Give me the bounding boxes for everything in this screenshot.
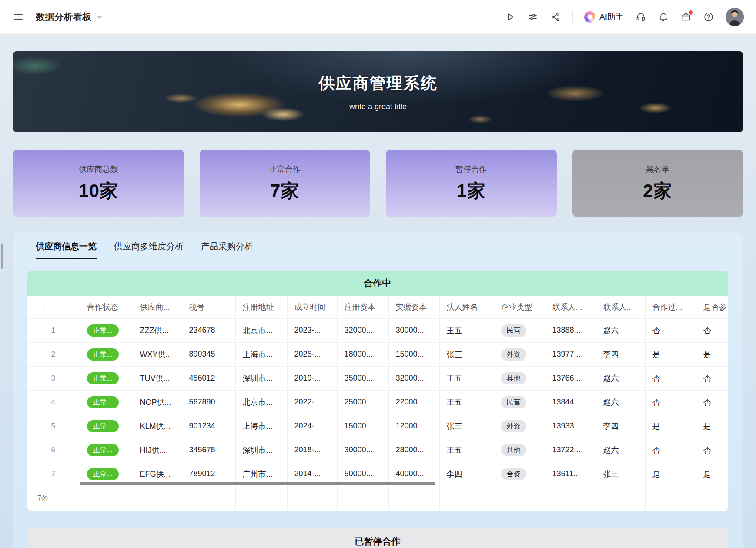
table-cell: 上海市... (235, 342, 287, 366)
share-button[interactable] (550, 11, 561, 23)
table-cell: 其他 (494, 438, 545, 462)
table-cell: 2018-... (287, 438, 337, 462)
footer-cell (182, 486, 235, 511)
table-cell: 否 (645, 438, 696, 462)
table-cell: 合资 (494, 462, 545, 486)
ai-assistant-button[interactable]: AI助手 (584, 11, 624, 23)
table-cell: 赵六 (596, 318, 645, 342)
table-cell: 正常... (80, 366, 133, 390)
table-cell: 否 (645, 318, 696, 342)
dashboard-main: 供应商管理系统 write a great title 供应商总数 10家 正常… (0, 34, 756, 548)
table-cell: 张三 (439, 342, 494, 366)
table-cell: 张三 (439, 414, 494, 438)
table-cell: 正常... (80, 414, 133, 438)
horizontal-scrollbar[interactable] (80, 482, 435, 485)
table-cell: TUV供... (133, 366, 182, 390)
table-cell: 15000... (388, 342, 439, 366)
table-cell: KLM供... (133, 414, 182, 438)
table-cell: 30000... (388, 318, 439, 342)
row-index: 6 (27, 438, 80, 462)
table-cell: 567890 (182, 390, 235, 414)
table-cell: 李四 (596, 342, 645, 366)
hamburger-menu-icon[interactable] (13, 11, 24, 23)
table-cell: 赵六 (596, 366, 645, 390)
stat-cards-row: 供应商总数 10家 正常合作 7家 暂停合作 1家 黑名单 2家 (13, 150, 743, 217)
chevron-down-icon[interactable] (96, 13, 103, 20)
table-cell: 李四 (439, 462, 494, 486)
table-cell: 13611... (545, 462, 596, 486)
company-type-badge: 民营 (501, 324, 526, 337)
column-header: 法人姓名 (439, 296, 494, 318)
ai-assistant-icon (584, 11, 595, 23)
stat-label: 黑名单 (646, 164, 669, 174)
table-cell: 正常... (80, 390, 133, 414)
status-badge: 正常... (87, 396, 119, 408)
banner-title: 供应商管理系统 (319, 73, 438, 94)
status-badge: 正常... (87, 348, 119, 361)
table-cell: 否 (696, 366, 728, 390)
settings-sliders-button[interactable] (527, 11, 539, 23)
table-cell: 民营 (494, 318, 545, 342)
table-cell: NOP供... (133, 390, 182, 414)
table-cell: 890345 (182, 342, 235, 366)
tab-procurement-analysis[interactable]: 产品采购分析 (201, 241, 253, 259)
banner-subtitle: write a great title (349, 102, 407, 111)
table-cell: 王五 (439, 366, 494, 390)
user-avatar[interactable] (726, 8, 744, 26)
table-cell: 28000... (388, 438, 439, 462)
table-row: 2正常...WXY供...890345上海市...2025-...18000..… (27, 342, 728, 366)
table-cell: 32000... (337, 318, 388, 342)
table-row: 6正常...HIJ供...345678深圳市...2018-...30000..… (27, 438, 728, 462)
column-header: 供应商... (133, 296, 182, 318)
stat-card-paused-cooperation: 暂停合作 1家 (386, 150, 557, 217)
table-cell: 15000... (337, 414, 388, 438)
play-button[interactable] (505, 11, 516, 23)
table-cell: 王五 (439, 390, 494, 414)
table-cell: 32000... (388, 366, 439, 390)
column-header: 联系人... (545, 296, 596, 318)
table-cell: 是 (696, 414, 728, 438)
column-header: 注册地址 (235, 296, 287, 318)
table-cell: 深圳市... (235, 366, 287, 390)
page-vertical-scrollbar[interactable] (1, 244, 3, 269)
table-cell: 13977... (545, 342, 596, 366)
support-headset-button[interactable] (635, 11, 646, 23)
column-header: 合作过... (645, 296, 696, 318)
help-button[interactable] (703, 11, 714, 23)
table-cell: 13766... (545, 366, 596, 390)
tab-supplier-analysis[interactable]: 供应商多维度分析 (114, 241, 184, 259)
row-index: 1 (27, 318, 80, 342)
table-cell: 2023-... (287, 318, 337, 342)
status-badge: 正常... (87, 444, 119, 456)
column-header-select (27, 296, 80, 318)
table-cell: 否 (696, 318, 728, 342)
table-cell: 25000... (337, 390, 388, 414)
footer-cell (388, 486, 439, 511)
table-cell: 王五 (439, 438, 494, 462)
page-title: 数据分析看板 (36, 11, 92, 23)
notification-dot (689, 10, 693, 15)
table-cell: 22000... (388, 390, 439, 414)
table-cell: 正常... (80, 438, 133, 462)
table-title: 合作中 (364, 277, 391, 289)
column-header: 实缴资本 (388, 296, 439, 318)
select-all-checkbox[interactable] (37, 303, 45, 311)
notifications-bell-button[interactable] (658, 11, 669, 23)
table-cell: 其他 (494, 366, 545, 390)
column-header: 税号 (182, 296, 235, 318)
stat-label: 正常合作 (269, 164, 301, 174)
table-cell: 234678 (182, 318, 235, 342)
table-cell: 否 (645, 390, 696, 414)
table-cell: 张三 (596, 462, 645, 486)
table-cell: 是 (645, 462, 696, 486)
table-cell: 18000... (337, 342, 388, 366)
status-badge: 正常... (87, 372, 119, 384)
table-cell: 上海市... (235, 414, 287, 438)
tab-supplier-overview[interactable]: 供应商信息一览 (36, 241, 97, 259)
table-cell: 民营 (494, 390, 545, 414)
table-cell: 901234 (182, 414, 235, 438)
table-cell: 赵六 (596, 390, 645, 414)
suppliers-table: 合作状态供应商...税号注册地址成立时间注册资本实缴资本法人姓名企业类型联系人.… (27, 296, 728, 511)
workbench-briefcase-button[interactable] (680, 11, 692, 23)
company-type-badge: 其他 (501, 444, 526, 456)
